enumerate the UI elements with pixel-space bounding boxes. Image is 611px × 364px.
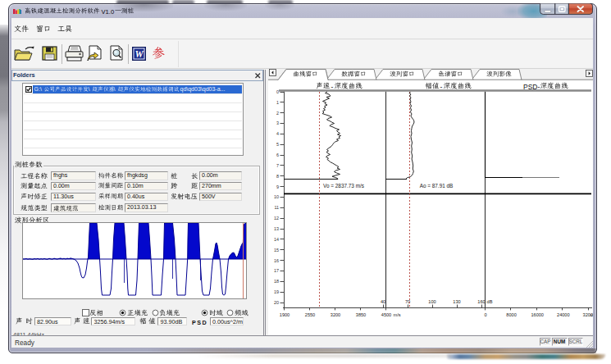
svg-text:13: 13 <box>274 226 279 231</box>
svg-text:7: 7 <box>276 163 279 168</box>
svg-text:Vo = 2837.73 m/s: Vo = 2837.73 m/s <box>323 183 364 189</box>
svg-text:4500: 4500 <box>381 312 391 317</box>
svg-text:0: 0 <box>276 89 279 94</box>
svg-text:dB: dB <box>487 299 493 304</box>
svg-text:2: 2 <box>276 111 279 116</box>
svg-text:160: 160 <box>477 299 485 304</box>
svg-text:17: 17 <box>274 268 279 273</box>
svg-text:1: 1 <box>276 100 279 105</box>
svg-text:11: 11 <box>274 205 279 210</box>
svg-text:9: 9 <box>276 184 279 189</box>
svg-text:15: 15 <box>274 248 279 253</box>
svg-text:10: 10 <box>274 194 279 199</box>
svg-text:m/s: m/s <box>393 312 400 317</box>
svg-text:5: 5 <box>276 142 279 147</box>
svg-text:6: 6 <box>276 152 279 157</box>
svg-text:3850: 3850 <box>356 312 366 317</box>
svg-text:0: 0 <box>484 312 486 317</box>
svg-text:19: 19 <box>274 289 279 294</box>
svg-text:16000: 16000 <box>531 312 544 317</box>
svg-text:100: 100 <box>428 299 435 304</box>
svg-text:1900: 1900 <box>280 312 290 317</box>
svg-text:8: 8 <box>276 174 279 179</box>
svg-text:3: 3 <box>276 121 279 125</box>
svg-text:Ao = 87.91 dB: Ao = 87.91 dB <box>420 183 454 189</box>
svg-text:3200: 3200 <box>331 312 340 317</box>
svg-text:40: 40 <box>381 299 385 304</box>
svg-text:130: 130 <box>453 299 460 304</box>
svg-text:W: W <box>135 49 144 59</box>
svg-text:2550: 2550 <box>305 312 315 317</box>
svg-text:12: 12 <box>274 216 279 221</box>
svg-text:16: 16 <box>274 258 279 263</box>
svg-text:8000: 8000 <box>506 312 516 317</box>
svg-text:20: 20 <box>274 300 279 305</box>
svg-text:u: u <box>590 312 592 317</box>
svg-text:14: 14 <box>274 237 279 242</box>
svg-text:18: 18 <box>274 279 279 284</box>
svg-text:24000: 24000 <box>557 312 570 317</box>
svg-text:4: 4 <box>276 131 279 136</box>
